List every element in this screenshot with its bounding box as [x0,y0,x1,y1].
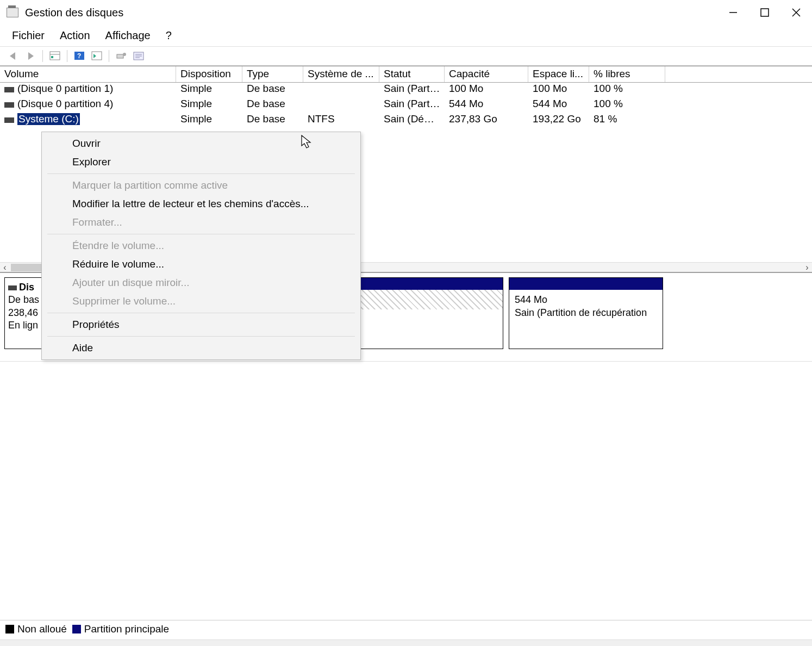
forward-button[interactable] [22,48,39,64]
volume-icon [4,87,14,92]
context-menu-item[interactable]: Modifier la lettre de lecteur et les che… [42,195,360,213]
cell: De base [242,83,303,98]
svg-marker-12 [93,54,96,58]
context-menu-item[interactable]: Réduire le volume... [42,255,360,274]
cell: 100 Mo [445,83,528,98]
partition-status: Sain (Partition de récupération [515,306,657,319]
svg-rect-8 [51,56,53,58]
context-menu-item[interactable]: Aide [42,339,360,357]
cell: 81 % [589,113,665,128]
cell: 193,22 Go [528,113,589,128]
cell: 100 Mo [528,83,589,98]
col-filesystem[interactable]: Système de ... [303,66,379,82]
volume-icon [4,102,14,108]
svg-marker-4 [10,52,15,60]
cell: Simple [176,83,242,98]
swatch-unallocated [5,625,14,633]
svg-rect-1 [761,9,769,16]
statusbar [0,639,812,646]
context-menu-item[interactable]: Explorer [42,153,360,171]
cell: Simple [176,113,242,128]
table-header: Volume Disposition Type Système de ... S… [0,66,812,83]
cell: (Disque 0 partition 1) [0,83,176,98]
svg-text:?: ? [77,52,81,60]
swatch-primary [72,625,81,633]
context-menu-separator [47,234,355,234]
table-view-icon[interactable] [46,48,64,64]
scroll-right-icon[interactable]: › [802,263,812,272]
cell: Sain (Dém... [379,113,445,128]
properties-icon[interactable] [130,48,147,64]
cell: (Disque 0 partition 4) [0,98,176,113]
col-type[interactable]: Type [242,66,303,82]
col-volume[interactable]: Volume [0,66,176,82]
scroll-left-icon[interactable]: ‹ [0,263,10,272]
context-menu-separator [47,173,355,174]
table-row[interactable]: (Disque 0 partition 4)SimpleDe baseSain … [0,98,812,113]
context-menu[interactable]: OuvrirExplorerMarquer la partition comme… [41,132,361,360]
cell: Sain (Parti... [379,98,445,113]
action-list-icon[interactable] [88,48,105,64]
cell: 237,83 Go [445,113,528,128]
cell: De base [242,98,303,113]
context-menu-item: Étendre le volume... [42,237,360,255]
legend-unallocated-label: Non alloué [17,623,67,635]
menu-help[interactable]: ? [159,28,178,43]
titlebar: Gestion des disques [0,0,812,25]
back-button[interactable] [4,48,22,64]
partition-box[interactable]: 544 MoSain (Partition de récupération [509,277,663,349]
disk-name: Dis [19,282,34,293]
help-icon[interactable]: ? [71,48,88,64]
col-statut[interactable]: Statut [379,66,445,82]
col-pct-libres[interactable]: % libres [589,66,665,82]
context-menu-item[interactable]: Propriétés [42,315,360,334]
svg-rect-11 [92,52,102,60]
menu-fichier[interactable]: Fichier [5,28,51,43]
toolbar: ? [0,46,812,66]
col-capacite[interactable]: Capacité [445,66,528,82]
cell: Systeme (C:) [0,113,176,128]
svg-point-14 [123,53,126,56]
context-menu-item: Ajouter un disque miroir... [42,274,360,292]
cell: NTFS [303,113,379,128]
context-menu-separator [47,336,355,337]
maximize-button[interactable] [749,1,780,24]
cell: 544 Mo [445,98,528,113]
cell: De base [242,113,303,128]
cell: Simple [176,98,242,113]
minimize-button[interactable] [717,1,749,24]
context-menu-item: Supprimer le volume... [42,292,360,310]
legend: Non alloué Partition principale [0,620,812,637]
svg-rect-13 [117,54,123,58]
partition-size: 544 Mo [515,293,657,306]
table-row[interactable]: Systeme (C:)SimpleDe baseNTFSSain (Dém..… [0,113,812,128]
cell [303,98,379,113]
context-menu-item: Formater... [42,213,360,232]
cell: 100 % [589,98,665,113]
cell: 544 Mo [528,98,589,113]
app-icon [7,8,18,17]
volume-icon [4,117,14,123]
legend-primary-label: Partition principale [84,623,169,635]
context-menu-item[interactable]: Ouvrir [42,134,360,153]
svg-marker-5 [28,52,34,60]
context-menu-separator [47,313,355,313]
svg-rect-6 [50,52,60,60]
cell [303,83,379,98]
close-button[interactable] [780,1,812,24]
table-row[interactable]: (Disque 0 partition 1)SimpleDe baseSain … [0,83,812,98]
cell: 100 % [589,83,665,98]
context-menu-item: Marquer la partition comme active [42,176,360,195]
window-title: Gestion des disques [25,7,123,19]
menubar: Fichier Action Affichage ? [0,25,812,46]
cell: Sain (Parti... [379,83,445,98]
col-espace-libre[interactable]: Espace li... [528,66,589,82]
menu-affichage[interactable]: Affichage [99,28,157,43]
menu-action[interactable]: Action [53,28,97,43]
settings-icon[interactable] [113,48,130,64]
disk-icon [8,285,17,290]
col-disposition[interactable]: Disposition [176,66,242,82]
